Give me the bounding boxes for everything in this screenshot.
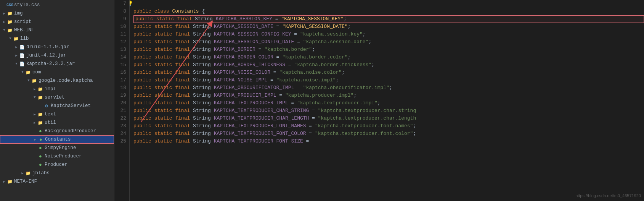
item-label: style.css bbox=[14, 2, 40, 8]
code-line-19: public static final String KAPTCHA_PRODU… bbox=[133, 92, 644, 99]
arrow-closed bbox=[20, 170, 25, 176]
item-label: text bbox=[45, 112, 56, 117]
arrow-closed bbox=[14, 53, 19, 58]
arrow-open bbox=[20, 70, 25, 75]
arrow-closed bbox=[2, 11, 7, 16]
tree-item-script[interactable]: 📁 script bbox=[0, 18, 114, 26]
line-num-12: 12 bbox=[114, 38, 126, 46]
tree-item-text[interactable]: 📁 text bbox=[0, 110, 114, 118]
code-line-14: public static final String KAPTCHA_BORDE… bbox=[133, 53, 644, 61]
folder-icon: 📁 bbox=[37, 111, 43, 117]
code-editor: 7 8 9 10 11 12 13 14 15 16 17 18 19 20 2… bbox=[114, 0, 644, 201]
line-num-19: 19 bbox=[114, 92, 126, 99]
code-line-12: public static final String KAPTCHA_SESSI… bbox=[133, 38, 644, 46]
item-label: NoiseProducer bbox=[45, 154, 82, 159]
tree-item-constants[interactable]: ● Constants bbox=[0, 135, 114, 144]
tree-item-junit-jar[interactable]: 📄 junit-4.12.jar bbox=[0, 51, 114, 60]
line-num-13: 13 bbox=[114, 46, 126, 53]
tree-item-kaptcha-servlet[interactable]: ⚙ KaptchaServlet bbox=[0, 102, 114, 110]
tree-item-druid-jar[interactable]: 📄 druid-1.1.9.jar bbox=[0, 43, 114, 51]
folder-icon: 📁 bbox=[25, 170, 31, 176]
file-tree[interactable]: CSS style.css 📁 img 📁 script 📁 WEB-INF 📁… bbox=[0, 0, 114, 201]
line-num-10: 10 bbox=[114, 23, 126, 31]
arrow-empty bbox=[32, 128, 37, 134]
arrow-closed bbox=[32, 120, 37, 125]
line-num-24: 24 bbox=[114, 130, 126, 138]
code-content[interactable]: 💡 public class Constants { public static… bbox=[130, 0, 644, 201]
tree-item-lib[interactable]: 📁 lib bbox=[0, 34, 114, 43]
arrow-closed bbox=[32, 137, 38, 142]
arrow-empty bbox=[32, 145, 37, 151]
tree-item-util[interactable]: 📁 util bbox=[0, 118, 114, 127]
arrow-closed bbox=[14, 44, 19, 50]
tree-item-impl[interactable]: 📁 impl bbox=[0, 85, 114, 93]
item-label: junit-4.12.jar bbox=[26, 53, 66, 58]
eq: = bbox=[275, 15, 278, 23]
arrow-empty bbox=[32, 162, 37, 167]
code-line-10: public static final String KAPTCHA_SESSI… bbox=[133, 23, 644, 31]
keyword: public bbox=[133, 8, 151, 15]
item-label: Constants bbox=[45, 137, 71, 142]
tree-item-google[interactable]: 📁 google.code.kaptcha bbox=[0, 76, 114, 85]
line-num-17: 17 bbox=[114, 76, 126, 84]
folder-icon: 📁 bbox=[13, 36, 19, 42]
const-name: KAPTCHA_SESSION_KEY bbox=[216, 15, 272, 23]
arrow-empty bbox=[2, 2, 7, 8]
arrow-open bbox=[8, 36, 13, 41]
keyword: public bbox=[135, 15, 153, 23]
code-line-9: public static final String KAPTCHA_SESSI… bbox=[133, 15, 644, 23]
tree-item-img[interactable]: 📁 img bbox=[0, 9, 114, 18]
tree-item-servlet[interactable]: 📁 servlet bbox=[0, 93, 114, 102]
css-icon: CSS bbox=[7, 2, 13, 8]
item-label: KaptchaServlet bbox=[51, 103, 91, 109]
tree-item-background-producer[interactable]: ● BackgroundProducer bbox=[0, 127, 114, 135]
item-label: kaptcha-2.3.2.jar bbox=[26, 61, 75, 66]
string-value: "KAPTCHA_SESSION_KEY" bbox=[281, 15, 344, 23]
code-line-24: public static final String KAPTCHA_TEXTP… bbox=[133, 130, 644, 138]
line-num-23: 23 bbox=[114, 122, 126, 130]
code-line-23: public static final String KAPTCHA_TEXTP… bbox=[133, 122, 644, 130]
arrow-open bbox=[14, 61, 19, 66]
tree-item-jhlabs[interactable]: 📁 jhlabs bbox=[0, 169, 114, 177]
arrow-closed bbox=[32, 86, 37, 92]
tree-item-gimpy-engine[interactable]: ● GimpyEngine bbox=[0, 144, 114, 152]
tree-item-producer[interactable]: ● Producer bbox=[0, 160, 114, 169]
item-label: img bbox=[14, 11, 23, 16]
folder-icon: 📁 bbox=[37, 120, 43, 126]
item-label: GimpyEngine bbox=[45, 145, 76, 151]
tree-item-noise-producer[interactable]: ● NoiseProducer bbox=[0, 152, 114, 160]
code-line-7: 💡 bbox=[133, 0, 644, 8]
arrow-open bbox=[2, 28, 7, 33]
item-label: google.code.kaptcha bbox=[39, 78, 93, 83]
folder-icon: 📁 bbox=[25, 69, 31, 75]
punct: { bbox=[202, 8, 205, 15]
folder-icon: 📁 bbox=[37, 94, 43, 100]
code-line-11: public static final String KAPTCHA_SESSI… bbox=[133, 31, 644, 38]
code-line-8: public class Constants { bbox=[133, 8, 644, 15]
arrow-open bbox=[26, 78, 31, 83]
line-num-7: 7 bbox=[114, 0, 126, 8]
code-area: 7 8 9 10 11 12 13 14 15 16 17 18 19 20 2… bbox=[114, 0, 644, 201]
item-label: Producer bbox=[45, 162, 67, 167]
jar-icon: 📄 bbox=[19, 52, 25, 58]
line-num-9: 9 bbox=[114, 15, 126, 23]
item-label: META-INF bbox=[14, 179, 37, 184]
item-label: com bbox=[32, 70, 41, 75]
tree-item-style-css[interactable]: CSS style.css bbox=[0, 1, 114, 9]
type: String bbox=[195, 15, 213, 23]
folder-icon: 📁 bbox=[31, 78, 37, 84]
code-line-20: public static final String KAPTCHA_TEXTP… bbox=[133, 99, 644, 107]
line-num-18: 18 bbox=[114, 84, 126, 92]
tree-item-kaptcha-jar[interactable]: 📄 kaptcha-2.3.2.jar bbox=[0, 60, 114, 68]
tree-item-com[interactable]: 📁 com bbox=[0, 68, 114, 76]
jar-icon: 📄 bbox=[19, 44, 25, 50]
item-label: impl bbox=[45, 86, 56, 92]
line-num-25: 25 bbox=[114, 138, 126, 145]
line-num-16: 16 bbox=[114, 69, 126, 76]
line-num-14: 14 bbox=[114, 53, 126, 61]
tree-item-webinf[interactable]: 📁 WEB-INF bbox=[0, 26, 114, 34]
folder-icon: 📁 bbox=[37, 86, 43, 92]
tree-item-meta-inf[interactable]: 📁 META-INF bbox=[0, 177, 114, 186]
punct: ; bbox=[344, 15, 347, 23]
class-icon: ● bbox=[37, 162, 43, 168]
